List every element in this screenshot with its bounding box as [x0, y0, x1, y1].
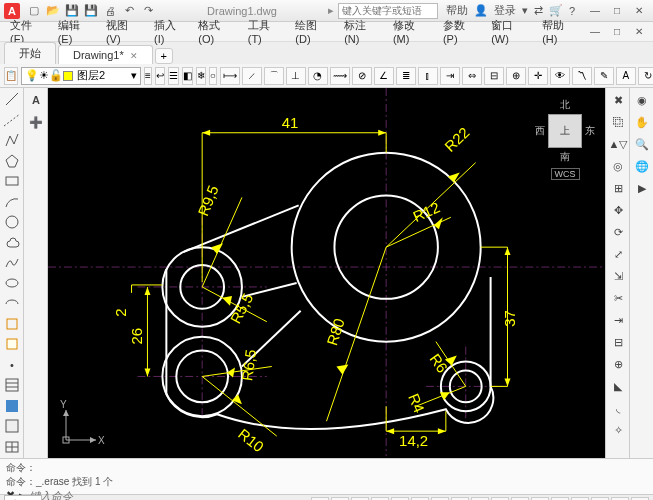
line-icon[interactable]: [1, 90, 23, 108]
dim-linear-icon[interactable]: ⟼: [220, 67, 240, 85]
grid-toggle-icon[interactable]: #: [311, 497, 329, 501]
xline-icon[interactable]: [1, 110, 23, 128]
dim-break-icon[interactable]: ⊟: [484, 67, 504, 85]
polyline-icon[interactable]: [1, 131, 23, 149]
pan-icon[interactable]: ✋: [631, 112, 653, 132]
insert-block-icon[interactable]: [1, 315, 23, 333]
ortho-toggle-icon[interactable]: ⊥: [351, 497, 369, 501]
array-icon[interactable]: ⊞: [607, 178, 629, 198]
copy-icon[interactable]: ⿻: [607, 112, 629, 132]
orbit-icon[interactable]: 🌐: [631, 156, 653, 176]
mirror-icon[interactable]: ▲▽: [607, 134, 629, 154]
menu-help[interactable]: 帮助(H): [536, 16, 583, 47]
layer-match-icon[interactable]: ≡: [144, 67, 152, 85]
dim-jogline-icon[interactable]: 〽: [572, 67, 592, 85]
menu-insert[interactable]: 插入(I): [148, 16, 190, 47]
polar-toggle-icon[interactable]: ✛: [371, 497, 389, 501]
menu-edit[interactable]: 编辑(E): [52, 16, 98, 47]
rotate-icon[interactable]: ⟳: [607, 222, 629, 242]
doc-close-button[interactable]: ✕: [629, 25, 649, 39]
otrack-toggle-icon[interactable]: ∠: [411, 497, 429, 501]
dim-update-icon[interactable]: ↻: [638, 67, 653, 85]
steering-wheel-icon[interactable]: ◉: [631, 90, 653, 110]
dim-angular-icon[interactable]: ∠: [374, 67, 394, 85]
extend-icon[interactable]: ⇥: [607, 310, 629, 330]
scale-icon[interactable]: ⤢: [607, 244, 629, 264]
menu-window[interactable]: 窗口(W): [485, 16, 534, 47]
layer-prev-icon[interactable]: ↩: [155, 67, 165, 85]
dim-continue-icon[interactable]: ⇥: [440, 67, 460, 85]
move-icon[interactable]: ✥: [607, 200, 629, 220]
showmotion-icon[interactable]: ▶: [631, 178, 653, 198]
dyn-toggle-icon[interactable]: ⊕: [431, 497, 449, 501]
osnap-toggle-icon[interactable]: □: [391, 497, 409, 501]
menu-tools[interactable]: 工具(T): [242, 16, 288, 47]
dim-arc-icon[interactable]: ⌒: [264, 67, 284, 85]
layer-combo[interactable]: 💡 ☀ 🔓 图层2 ▾: [21, 67, 141, 85]
dim-diameter-icon[interactable]: ⊘: [352, 67, 372, 85]
layer-state-icon[interactable]: ☰: [168, 67, 179, 85]
tab-drawing1[interactable]: Drawing1*✕: [58, 45, 153, 64]
menu-format[interactable]: 格式(O): [192, 16, 239, 47]
menu-view[interactable]: 视图(V): [100, 16, 146, 47]
layer-freeze-icon[interactable]: ❄: [196, 67, 206, 85]
transparency-toggle-icon[interactable]: ◐: [471, 497, 489, 501]
hatch-icon[interactable]: [1, 376, 23, 394]
dim-quick-icon[interactable]: ≣: [396, 67, 416, 85]
customize-icon[interactable]: ≡: [631, 497, 649, 501]
region-icon[interactable]: [1, 417, 23, 435]
nav-east[interactable]: 东: [585, 124, 595, 138]
polygon-icon[interactable]: [1, 151, 23, 169]
make-block-icon[interactable]: [1, 335, 23, 353]
command-line[interactable]: 命令： 命令：_.erase 找到 1 个 ✖ ▸: [0, 458, 653, 494]
tab-add-button[interactable]: +: [155, 48, 173, 64]
dim-jog-icon[interactable]: ⟿: [330, 67, 350, 85]
trim-icon[interactable]: ✂: [607, 288, 629, 308]
fillet-icon[interactable]: ◟: [607, 398, 629, 418]
join-icon[interactable]: ⊕: [607, 354, 629, 374]
menu-modify[interactable]: 修改(M): [387, 16, 435, 47]
dim-space-icon[interactable]: ⇔: [462, 67, 482, 85]
annomonitor-icon[interactable]: ⊕: [551, 497, 569, 501]
snap-toggle-icon[interactable]: ▦: [331, 497, 349, 501]
spline-icon[interactable]: [1, 254, 23, 272]
revcloud-icon[interactable]: [1, 233, 23, 251]
lwt-toggle-icon[interactable]: ≡: [451, 497, 469, 501]
drawing-viewport[interactable]: 41 R22 R12 R9,5 2 26 R5,5: [48, 88, 605, 456]
erase-icon[interactable]: ✖: [607, 90, 629, 110]
point-icon[interactable]: •: [1, 356, 23, 374]
chamfer-icon[interactable]: ◣: [607, 376, 629, 396]
menu-draw[interactable]: 绘图(D): [289, 16, 336, 47]
minimize-button[interactable]: —: [585, 4, 605, 18]
center-mark-icon[interactable]: ✛: [528, 67, 548, 85]
tolerance-icon[interactable]: ⊕: [506, 67, 526, 85]
dim-text-edit-icon[interactable]: A: [616, 67, 636, 85]
hardware-accel-icon[interactable]: ⚡: [591, 497, 609, 501]
table-icon[interactable]: [1, 437, 23, 455]
ellipse-arc-icon[interactable]: [1, 294, 23, 312]
nav-south[interactable]: 南: [535, 150, 595, 164]
stretch-icon[interactable]: ⇲: [607, 266, 629, 286]
nav-north[interactable]: 北: [535, 98, 595, 112]
menu-param[interactable]: 参数(P): [437, 16, 483, 47]
layer-iso-icon[interactable]: ◧: [182, 67, 193, 85]
model-tab[interactable]: 模型: [4, 495, 42, 501]
gradient-icon[interactable]: [1, 397, 23, 415]
cleanscreen-icon[interactable]: ▢: [611, 497, 629, 501]
explode-icon[interactable]: ✧: [607, 420, 629, 440]
tab-start[interactable]: 开始: [4, 42, 56, 64]
tab-close-icon[interactable]: ✕: [130, 51, 138, 61]
dim-radius-icon[interactable]: ◔: [308, 67, 328, 85]
mtext-icon[interactable]: A: [25, 90, 47, 110]
annotation-scale-icon[interactable]: ⚖: [511, 497, 529, 501]
ellipse-icon[interactable]: [1, 274, 23, 292]
close-button[interactable]: ✕: [629, 4, 649, 18]
layer-properties-icon[interactable]: 📋: [4, 67, 18, 85]
layer-off-icon[interactable]: ○: [209, 67, 217, 85]
layout1-tab[interactable]: 布局1: [44, 496, 86, 501]
cycling-toggle-icon[interactable]: ⟳: [491, 497, 509, 501]
dim-ord-icon[interactable]: ⊥: [286, 67, 306, 85]
circle-icon[interactable]: [1, 213, 23, 231]
menu-dimension[interactable]: 标注(N): [338, 16, 385, 47]
zoom-extents-icon[interactable]: 🔍: [631, 134, 653, 154]
